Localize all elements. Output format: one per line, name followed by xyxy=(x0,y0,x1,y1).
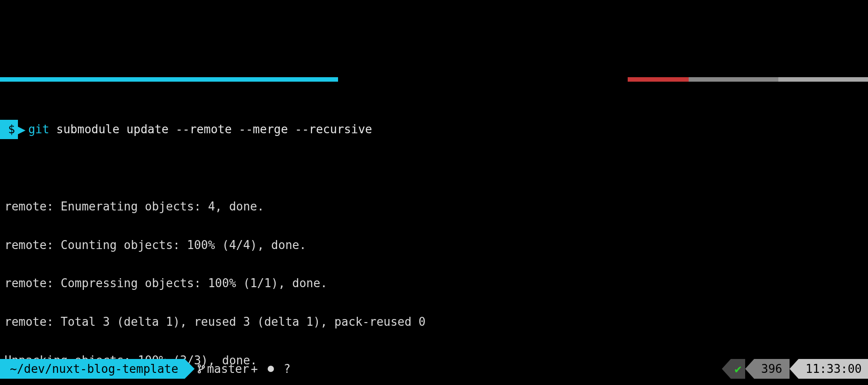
status-spacer xyxy=(294,359,722,379)
output-line: remote: Enumerating objects: 4, done. xyxy=(4,197,868,216)
svg-point-0 xyxy=(198,365,200,367)
titlebar-segment-gray2 xyxy=(778,77,868,82)
titlebar-segment-bg xyxy=(338,77,628,82)
status-time: 11:33:00 xyxy=(799,359,868,379)
git-branch-icon xyxy=(197,364,205,374)
status-command-number: 396 xyxy=(754,359,790,379)
command-args: submodule update --remote --merge --recu… xyxy=(49,120,372,139)
output-line: remote: Compressing objects: 100% (1/1),… xyxy=(4,274,868,293)
status-bar: ~/dev/nuxt-blog-template master + ? ✔ 39… xyxy=(0,359,868,379)
branch-question-indicator: ? xyxy=(277,359,291,379)
svg-point-2 xyxy=(202,366,204,368)
status-exit-code: ✔ xyxy=(731,359,745,379)
powerline-arrow-left-icon xyxy=(745,359,754,379)
titlebar-segment-gray1 xyxy=(689,77,778,82)
branch-plus-indicator: + xyxy=(251,359,265,379)
git-command-keyword: git xyxy=(28,120,49,139)
output-line: remote: Total 3 (delta 1), reused 3 (del… xyxy=(4,312,868,332)
output-line: remote: Counting objects: 100% (4/4), do… xyxy=(4,236,868,255)
powerline-arrow-left-icon xyxy=(722,359,731,379)
prompt-symbol: $ xyxy=(0,120,18,139)
branch-dirty-dot-icon xyxy=(268,366,274,372)
titlebar-segment-active xyxy=(0,77,338,82)
prompt-arrow-icon: ▶ xyxy=(17,123,26,136)
powerline-arrow-right-icon xyxy=(185,359,195,379)
branch-name: master xyxy=(207,359,249,379)
prompt-line[interactable]: $▶git submodule update --remote --merge … xyxy=(0,120,868,139)
terminal-output: remote: Enumerating objects: 4, done. re… xyxy=(0,178,868,385)
status-cwd[interactable]: ~/dev/nuxt-blog-template xyxy=(0,359,185,379)
git-branch-section[interactable]: master + ? xyxy=(195,359,295,379)
window-titlebar xyxy=(0,77,868,82)
svg-point-1 xyxy=(198,371,200,373)
checkmark-icon: ✔ xyxy=(734,359,742,379)
powerline-arrow-left-icon xyxy=(790,359,799,379)
titlebar-segment-red xyxy=(628,77,689,82)
